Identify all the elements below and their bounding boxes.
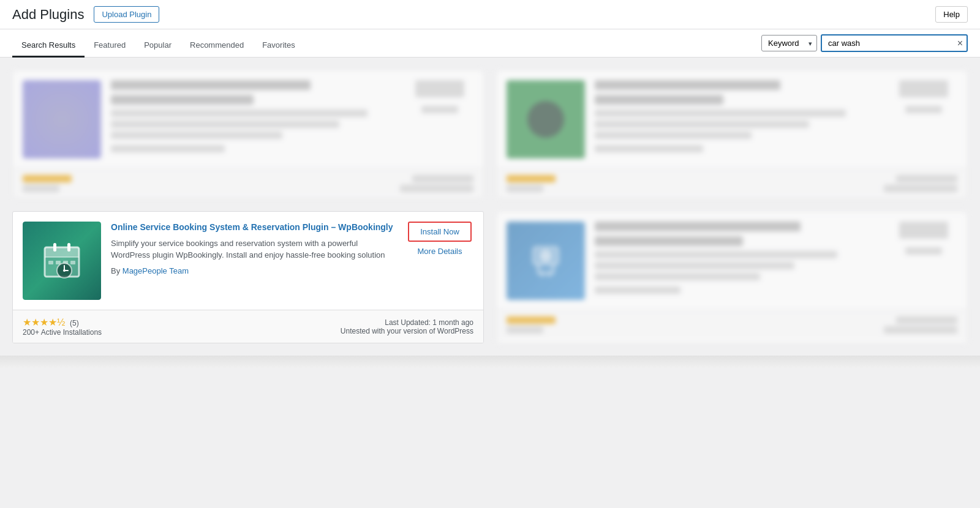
search-input[interactable] — [821, 34, 968, 52]
keyword-select[interactable]: Keyword Author Tag — [761, 35, 817, 51]
plugin-card-wpbookingly: Online Service Booking System & Reservat… — [12, 211, 484, 343]
clear-search-button[interactable]: × — [957, 39, 963, 48]
blue-icon-svg — [526, 241, 565, 280]
upload-plugin-button[interactable]: Upload Plugin — [94, 6, 159, 23]
plugin-actions-wpbookingly: Install Now More Details — [406, 222, 473, 256]
plugin-icon-booking — [23, 222, 101, 300]
update-section: Last Updated: 1 month ago Untested with … — [341, 318, 473, 335]
plugin-info — [595, 80, 880, 156]
plugin-author-link[interactable]: MagePeople Team — [123, 266, 189, 275]
svg-rect-1 — [45, 247, 79, 257]
plugin-author-wpbookingly: By MagePeople Team — [111, 266, 396, 275]
plugin-info-wpbookingly: Online Service Booking System & Reservat… — [111, 222, 396, 275]
plugin-info — [595, 222, 880, 297]
plugin-card-blurred-2 — [496, 70, 968, 199]
tab-favorites[interactable]: Favorites — [253, 34, 304, 58]
booking-svg — [40, 239, 84, 283]
install-now-button[interactable]: Install Now — [408, 222, 472, 242]
svg-rect-5 — [48, 261, 53, 264]
tab-recommended[interactable]: Recommended — [181, 34, 253, 58]
plugin-card-bottom-wpbookingly: ★★★★½ (5) 200+ Active Installations Last… — [13, 310, 483, 343]
plugin-card-top — [497, 212, 967, 310]
plugin-actions-blurred — [406, 80, 473, 117]
top-bar: Add Plugins Upload Plugin Help — [0, 0, 980, 29]
more-details-link[interactable]: More Details — [418, 247, 462, 256]
svg-rect-2 — [53, 243, 56, 252]
plugin-card-bottom — [497, 168, 967, 198]
plugin-title-wpbookingly: Online Service Booking System & Reservat… — [111, 222, 396, 234]
plugin-card-top — [13, 70, 483, 168]
last-updated-value: 1 month ago — [432, 318, 473, 327]
untested-notice: Untested with your version of WordPress — [341, 327, 473, 335]
tab-search-results[interactable]: Search Results — [12, 34, 85, 58]
tab-popular[interactable]: Popular — [135, 34, 181, 58]
plugins-grid: Online Service Booking System & Reservat… — [0, 58, 980, 356]
star-rating: ★★★★½ — [23, 317, 65, 327]
search-input-wrapper: × — [821, 34, 968, 52]
footer-bar — [0, 356, 980, 368]
plugin-icon-purple — [23, 80, 101, 159]
plugin-actions-blurred-3 — [890, 222, 957, 258]
search-area: Keyword Author Tag × — [761, 29, 968, 57]
svg-rect-13 — [533, 247, 558, 264]
plugin-actions-blurred-2 — [890, 80, 957, 117]
plugin-desc-wpbookingly: Simplify your service bookings and reser… — [111, 237, 396, 261]
svg-point-12 — [63, 269, 66, 272]
svg-rect-8 — [70, 261, 75, 264]
calendar-icon — [23, 222, 101, 300]
help-button[interactable]: Help — [935, 6, 968, 23]
svg-point-14 — [541, 251, 551, 261]
star-count: (5) — [70, 319, 79, 327]
plugin-card-bottom — [13, 168, 483, 198]
svg-rect-3 — [67, 243, 70, 252]
plugin-icon-green — [507, 80, 585, 159]
last-updated: Last Updated: 1 month ago — [341, 318, 473, 327]
plugin-card-blurred-1 — [12, 70, 484, 199]
plugin-card-top-wpbookingly: Online Service Booking System & Reservat… — [13, 212, 483, 310]
page-title: Add Plugins — [12, 7, 84, 23]
tab-featured[interactable]: Featured — [85, 34, 135, 58]
plugin-card-bottom — [497, 310, 967, 340]
plugin-card-top — [497, 70, 967, 168]
last-updated-label: Last Updated: — [385, 318, 431, 327]
plugin-icon-blue — [507, 222, 585, 300]
plugin-card-blurred-3 — [496, 211, 968, 343]
plugin-info — [111, 80, 396, 156]
keyword-select-wrapper: Keyword Author Tag — [761, 35, 817, 51]
active-installs: 200+ Active Installations — [23, 328, 102, 337]
rating-section: ★★★★½ (5) 200+ Active Installations — [23, 316, 102, 337]
svg-rect-6 — [56, 261, 61, 264]
tabs-bar: Search Results Featured Popular Recommen… — [0, 29, 980, 58]
